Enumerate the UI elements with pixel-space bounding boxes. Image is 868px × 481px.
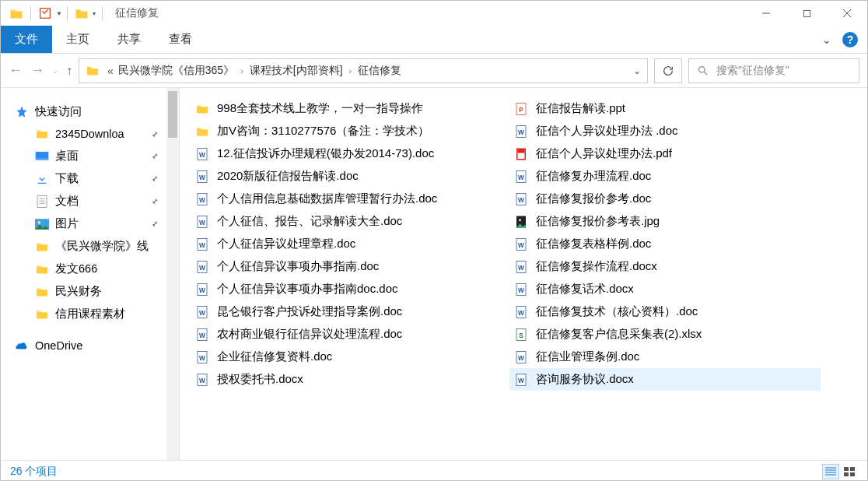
ribbon-expand-icon[interactable]: ⌄ <box>822 33 831 46</box>
svg-text:S: S <box>519 332 523 339</box>
scrollbar-thumb[interactable] <box>168 91 177 138</box>
file-item[interactable]: W征信修复技术（核心资料）.doc <box>509 300 821 323</box>
sidebar-item[interactable]: 民兴财务 <box>1 280 179 303</box>
sidebar-item-label: OneDrive <box>35 339 82 352</box>
file-item[interactable]: W昆仑银行客户投诉处理指导案例.doc <box>191 300 502 323</box>
nav-history-icon[interactable]: ⌄ <box>52 66 58 75</box>
breadcrumb-part[interactable]: 民兴微学院《信用365》 <box>118 64 234 78</box>
file-item[interactable]: 998全套技术线上教学，一对一指导操作 <box>191 97 502 120</box>
qat-customize-icon[interactable]: ▾ <box>93 10 96 17</box>
file-item[interactable]: 征信修复报价参考表.jpg <box>509 210 821 233</box>
file-item[interactable]: W2020新版征信报告解读.doc <box>191 165 502 188</box>
file-item[interactable]: W征信修复表格样例.doc <box>509 233 821 255</box>
file-item[interactable]: W12.征信投诉办理规程(银办发2014-73).doc <box>191 142 502 165</box>
tab-home[interactable]: 主页 <box>52 26 103 53</box>
svg-text:W: W <box>199 286 205 293</box>
file-name: 征信修复办理流程.doc <box>536 169 651 184</box>
sidebar-item[interactable]: 2345Downloa <box>1 123 179 145</box>
svg-text:W: W <box>199 151 205 158</box>
tab-share[interactable]: 共享 <box>103 26 155 53</box>
file-item[interactable]: 征信个人异议处理办法.pdf <box>509 142 821 165</box>
separator <box>30 6 31 20</box>
sidebar-item-label: 《民兴微学院》线 <box>55 239 149 254</box>
tab-file[interactable]: 文件 <box>1 26 52 53</box>
file-name: 征信修复表格样例.doc <box>536 237 651 251</box>
sidebar-item[interactable]: 《民兴微学院》线 <box>1 235 179 258</box>
file-item[interactable]: W个人征信、报告、记录解读大全.doc <box>191 210 502 233</box>
svg-line-6 <box>704 72 707 75</box>
desktop-icon <box>35 149 49 163</box>
breadcrumb-part[interactable]: 征信修复 <box>358 64 401 78</box>
docs-icon <box>35 195 49 209</box>
file-item[interactable]: 加V咨询：3110277576（备注：学技术） <box>191 120 502 142</box>
help-icon[interactable]: ? <box>842 32 858 47</box>
file-name: 征信修复技术（核心资料）.doc <box>536 304 698 319</box>
file-item[interactable]: P征信报告解读.ppt <box>509 97 821 120</box>
content-pane[interactable]: 998全套技术线上教学，一对一指导操作加V咨询：3110277576（备注：学技… <box>180 88 867 460</box>
minimize-button[interactable] <box>746 1 786 26</box>
file-item[interactable]: S征信修复客户信息采集表(2).xlsx <box>509 323 821 346</box>
breadcrumb[interactable]: « 民兴微学院《信用365》 › 课程技术[内部资料] › 征信修复 ⌄ <box>79 58 648 83</box>
nav-up-icon[interactable]: ↑ <box>66 64 72 78</box>
svg-text:W: W <box>199 174 205 181</box>
search-input[interactable]: 搜索"征信修复" <box>688 58 859 83</box>
pdf-icon <box>514 147 528 161</box>
sidebar-item[interactable]: 图片 <box>1 212 179 235</box>
breadcrumb-overflow[interactable]: « <box>107 65 114 77</box>
view-thumbnails-button[interactable] <box>841 464 858 479</box>
qat-dropdown-icon[interactable]: ▼ <box>56 10 62 17</box>
docx-icon: W <box>514 350 528 364</box>
sidebar-item[interactable]: 桌面 <box>1 145 179 167</box>
docx-icon: W <box>195 283 209 297</box>
svg-text:W: W <box>518 174 524 181</box>
file-item[interactable]: W个人征信异议处理章程.doc <box>191 233 502 255</box>
file-name: 征信修复报价参考.doc <box>536 191 651 206</box>
close-button[interactable] <box>827 1 867 26</box>
scrollbar[interactable] <box>166 88 179 460</box>
nav-back-icon[interactable]: ← <box>9 62 23 79</box>
search-placeholder: 搜索"征信修复" <box>716 64 789 78</box>
qat-properties-icon[interactable] <box>38 6 52 20</box>
svg-rect-68 <box>844 467 849 471</box>
maximize-button[interactable] <box>786 1 827 26</box>
file-item[interactable]: W征信个人异议处理办法 .doc <box>509 120 821 142</box>
file-column: P征信报告解读.pptW征信个人异议处理办法 .doc征信个人异议处理办法.pd… <box>509 97 821 391</box>
file-item[interactable]: W农村商业银行征信异议处理流程.doc <box>191 323 502 346</box>
svg-text:W: W <box>199 241 205 248</box>
file-item[interactable]: W征信修复话术.docx <box>509 278 821 300</box>
refresh-button[interactable] <box>654 58 682 83</box>
file-item[interactable]: W咨询服务协议.docx <box>509 368 821 391</box>
nav-forward-icon[interactable]: → <box>30 62 44 79</box>
cloud-icon <box>15 339 29 353</box>
sidebar-item[interactable]: 下载 <box>1 167 179 190</box>
file-item[interactable]: W个人征信异议事项办事指南.doc <box>191 255 502 278</box>
sidebar-onedrive[interactable]: OneDrive <box>1 335 179 356</box>
breadcrumb-dropdown-icon[interactable]: ⌄ <box>633 65 641 76</box>
view-details-button[interactable] <box>822 464 839 479</box>
svg-text:W: W <box>199 309 205 316</box>
file-item[interactable]: W征信修复报价参考.doc <box>509 188 821 210</box>
file-item[interactable]: W征信修复操作流程.docx <box>509 255 821 278</box>
sidebar-item[interactable]: 信用课程素材 <box>1 303 179 325</box>
svg-rect-70 <box>844 472 849 476</box>
sidebar-item[interactable]: 文档 <box>1 190 179 212</box>
file-name: 征信报告解读.ppt <box>536 101 625 116</box>
tab-view[interactable]: 查看 <box>155 26 206 53</box>
file-item[interactable]: W征信业管理条例.doc <box>509 346 821 368</box>
file-name: 个人征信、报告、记录解读大全.doc <box>217 214 402 229</box>
file-item[interactable]: W个人信用信息基础数据库管理暂行办法.doc <box>191 188 502 210</box>
chevron-right-icon: › <box>240 66 243 75</box>
folder-icon <box>35 307 49 321</box>
file-item[interactable]: W征信修复办理流程.doc <box>509 165 821 188</box>
svg-rect-71 <box>850 472 855 476</box>
breadcrumb-part[interactable]: 课程技术[内部资料] <box>250 64 343 78</box>
sidebar-quick-access[interactable]: 快速访问 <box>1 100 179 123</box>
file-item[interactable]: W授权委托书.docx <box>191 368 502 391</box>
star-icon <box>15 105 29 119</box>
window-controls <box>746 1 867 26</box>
sidebar-item[interactable]: 发文666 <box>1 258 179 280</box>
sidebar-item-label: 桌面 <box>55 149 79 163</box>
file-item[interactable]: W企业征信修复资料.doc <box>191 346 502 368</box>
file-item[interactable]: W个人征信异议事项办事指南doc.doc <box>191 278 502 300</box>
file-name: 征信修复报价参考表.jpg <box>536 214 660 229</box>
